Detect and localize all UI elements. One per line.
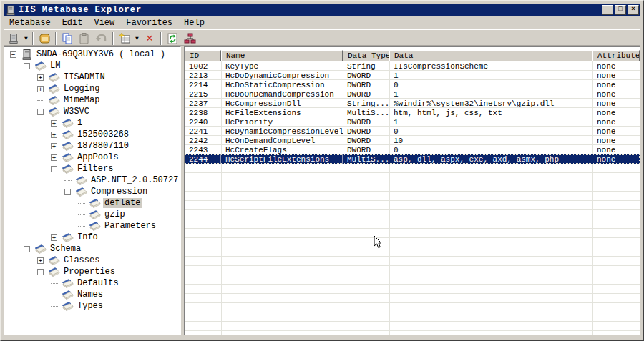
app-window: IIS Metabase Explorer _ □ × MetabaseEdit… [0,0,644,341]
table-row[interactable]: 1002KeyTypeStringIIsCompressionSchemenon… [185,61,640,71]
table-row[interactable]: 2242HcOnDemandCompLevelDWORD10none [185,136,640,145]
collapse-icon[interactable]: − [37,269,44,275]
save-button[interactable] [36,31,53,46]
tree-item-asp-net-2-0-50727-0[interactable]: ASP.NET_2.0.50727.0 [4,174,180,186]
expand-icon[interactable]: + [37,86,44,92]
tree-item-info[interactable]: +Info [4,232,180,243]
tree-item-defaults[interactable]: Defaults [4,277,180,289]
tree-item-1[interactable]: +1 [4,117,180,129]
new-key-dropdown[interactable]: ▼ [133,31,141,46]
expand-icon[interactable]: + [51,154,57,161]
table-cell: 2240 [185,117,221,127]
table-cell: 0 [389,145,592,154]
collapse-icon[interactable]: − [37,109,44,115]
key-icon [75,187,87,197]
menu-item-edit[interactable]: Edit [57,17,89,29]
paste-icon [79,33,90,44]
tree-item-deflate[interactable]: deflate [4,197,180,209]
tree-item-apppools[interactable]: +AppPools [4,152,180,163]
new-key-icon [119,32,131,44]
tree-item-1525003268[interactable]: +1525003268 [4,129,180,140]
table-cell: 2244 [185,154,221,164]
table-row[interactable]: 2213HcDoDynamicCompressionDWORD1none [185,71,640,80]
tree-item-label: 1878807110 [76,141,130,151]
key-icon [34,61,47,71]
table-row[interactable]: 2244HcScriptFileExtensionsMultiS...asp, … [185,154,640,164]
tree-item-iisadmin[interactable]: +IISADMIN [4,71,180,83]
menu-item-metabase[interactable]: Metabase [4,17,57,29]
tree-item-properties[interactable]: −Properties [4,266,180,277]
tree-item-types[interactable]: Types [4,300,180,312]
server-icon [8,33,19,44]
tree-view-button[interactable] [181,31,198,46]
table-row[interactable]: 2243HcCreateFlagsDWORD0none [185,145,640,154]
tree-item-snda-69q3uyy3v6-local[interactable]: −SNDA-69Q3UYY3V6 ( local ) [4,49,180,60]
paste-button[interactable] [76,31,93,46]
menu-item-help[interactable]: Help [178,17,210,29]
delete-icon: ✕ [146,33,153,44]
expand-icon[interactable]: + [37,74,44,81]
new-key-button[interactable] [116,31,133,46]
tree-item-gzip[interactable]: gzip [4,209,180,220]
key-icon [62,164,74,174]
connect-server-button[interactable] [5,31,22,46]
list-body[interactable]: 1002KeyTypeStringIIsCompressionSchemenon… [185,61,640,335]
tree-item-label: Properties [62,267,117,277]
expand-icon[interactable]: + [51,234,57,241]
connect-server-dropdown[interactable]: ▼ [22,31,30,46]
table-cell: 2215 [185,89,221,99]
tree-item-names[interactable]: Names [4,289,180,300]
collapse-icon[interactable]: − [24,63,30,69]
tree-item-logging[interactable]: +Logging [4,83,180,94]
key-icon [48,95,60,106]
column-header-data[interactable]: Data [389,50,592,61]
tree-item-w3svc[interactable]: −W3SVC [4,106,180,117]
menu-bar: MetabaseEditViewFavoritesHelp [4,17,640,29]
toolbar-separator [112,32,114,45]
expand-icon[interactable]: + [37,257,44,264]
table-cell: HcDoOnDemandCompression [221,89,343,99]
undo-button[interactable] [93,31,110,46]
minimize-button[interactable]: _ [602,5,613,15]
table-cell: none [592,145,640,154]
key-icon [62,301,74,312]
key-icon [62,118,74,129]
tree-item-filters[interactable]: −Filters [4,163,180,174]
column-header-name[interactable]: Name [221,50,343,61]
tree-item-lm[interactable]: −LM [4,60,180,71]
tree-item-classes[interactable]: +Classes [4,254,180,266]
delete-button[interactable]: ✕ [141,31,158,46]
table-cell: 2214 [185,80,221,89]
table-cell: HcDoDynamicCompression [221,71,343,80]
tree-item-mimemap[interactable]: MimeMap [4,94,180,106]
table-row[interactable]: 2214HcDoStaticCompressionDWORD0none [185,80,640,89]
collapse-icon[interactable]: − [51,166,57,172]
title-bar[interactable]: IIS Metabase Explorer _ □ × [4,4,640,16]
collapse-icon[interactable]: − [10,51,16,58]
refresh-button[interactable] [164,31,181,46]
close-button[interactable]: × [628,5,639,15]
table-row[interactable]: 2237HcCompressionDllString...%windir%\sy… [185,99,640,108]
collapse-icon[interactable]: − [64,189,71,195]
tree-item-compression[interactable]: −Compression [4,186,180,197]
column-header-id[interactable]: ID [185,50,221,61]
expand-icon[interactable]: + [51,143,57,149]
tree-item-parameters[interactable]: Parameters [4,220,180,232]
table-row[interactable]: 2238HcFileExtensionsMultiS...htm, html, … [185,108,640,117]
column-header-data-type[interactable]: Data Type [343,50,389,61]
tree-item-label: Logging [62,84,101,94]
tree-item-1878807110[interactable]: +1878807110 [4,140,180,152]
table-row[interactable]: 2215HcDoOnDemandCompressionDWORD1none [185,89,640,99]
expand-icon[interactable]: + [51,132,57,138]
column-header-attributes[interactable]: Attributes [592,50,640,61]
table-row[interactable]: 2241HcDynamicCompressionLevelDWORD0none [185,127,640,136]
table-row[interactable]: 2240HcPriorityDWORD1none [185,117,640,127]
expand-icon[interactable]: + [51,120,57,127]
collapse-icon[interactable]: − [24,246,30,252]
menu-item-view[interactable]: View [88,17,120,29]
table-cell: MultiS... [343,154,389,164]
copy-button[interactable] [59,31,76,46]
menu-item-favorites[interactable]: Favorites [120,17,178,29]
tree-item-schema[interactable]: −Schema [4,243,180,254]
maximize-button[interactable]: □ [615,5,626,15]
